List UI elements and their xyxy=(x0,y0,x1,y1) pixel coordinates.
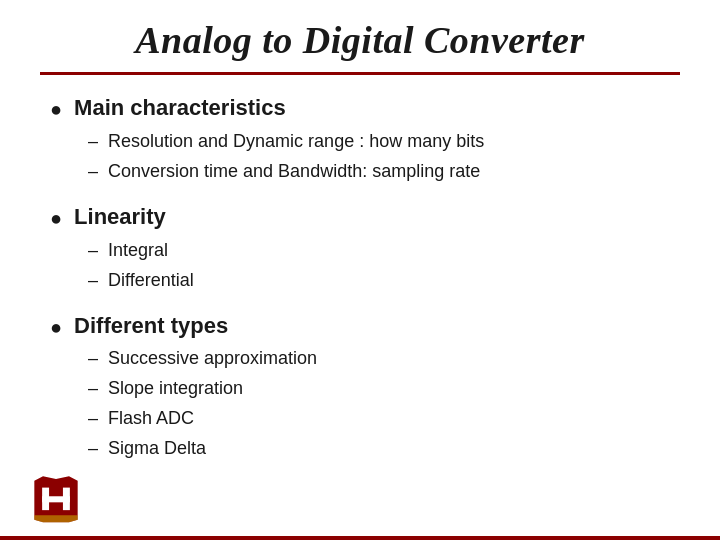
sub-item-3-3: – Flash ADC xyxy=(88,405,670,432)
sub-text-3-2: Slope integration xyxy=(108,375,243,402)
bullet-label-3: Different types xyxy=(74,311,228,342)
uh-logo-icon xyxy=(30,472,82,524)
sub-dash-3-4: – xyxy=(88,435,98,462)
slide-title: Analog to Digital Converter xyxy=(40,18,680,62)
sub-item-2-1: – Integral xyxy=(88,237,670,264)
slide: Analog to Digital Converter ● Main chara… xyxy=(0,0,720,540)
bullet-label-1: Main characteristics xyxy=(74,93,286,124)
bullet-item-2: ● Linearity xyxy=(50,202,670,233)
sub-text-1-2: Conversion time and Bandwidth: sampling … xyxy=(108,158,480,185)
sub-items-3: – Successive approximation – Slope integ… xyxy=(88,345,670,462)
bullet-dot-2: ● xyxy=(50,204,62,232)
sub-text-3-3: Flash ADC xyxy=(108,405,194,432)
sub-item-1-2: – Conversion time and Bandwidth: samplin… xyxy=(88,158,670,185)
bullet-dot-3: ● xyxy=(50,313,62,341)
bullet-item-3: ● Different types xyxy=(50,311,670,342)
sub-text-1-1: Resolution and Dynamic range : how many … xyxy=(108,128,484,155)
bullet-label-2: Linearity xyxy=(74,202,166,233)
bottom-bar xyxy=(0,536,720,540)
bullet-section-3: ● Different types – Successive approxima… xyxy=(50,311,670,466)
sub-item-3-4: – Sigma Delta xyxy=(88,435,670,462)
svg-rect-4 xyxy=(42,496,70,502)
sub-item-2-2: – Differential xyxy=(88,267,670,294)
sub-dash-1-1: – xyxy=(88,128,98,155)
bullet-dot-1: ● xyxy=(50,95,62,123)
sub-items-1: – Resolution and Dynamic range : how man… xyxy=(88,128,670,185)
bullet-item-1: ● Main characteristics xyxy=(50,93,670,124)
sub-text-2-2: Differential xyxy=(108,267,194,294)
sub-dash-2-1: – xyxy=(88,237,98,264)
bullet-section-1: ● Main characteristics – Resolution and … xyxy=(50,93,670,188)
bullet-section-2: ● Linearity – Integral – Differential xyxy=(50,202,670,297)
sub-items-2: – Integral – Differential xyxy=(88,237,670,294)
sub-dash-1-2: – xyxy=(88,158,98,185)
svg-marker-5 xyxy=(34,515,77,522)
sub-dash-3-1: – xyxy=(88,345,98,372)
sub-dash-3-3: – xyxy=(88,405,98,432)
sub-dash-3-2: – xyxy=(88,375,98,402)
sub-text-3-4: Sigma Delta xyxy=(108,435,206,462)
sub-item-3-1: – Successive approximation xyxy=(88,345,670,372)
title-area: Analog to Digital Converter xyxy=(40,0,680,75)
sub-text-3-1: Successive approximation xyxy=(108,345,317,372)
sub-text-2-1: Integral xyxy=(108,237,168,264)
logo-area xyxy=(30,472,82,528)
content-area: ● Main characteristics – Resolution and … xyxy=(40,93,680,520)
sub-item-1-1: – Resolution and Dynamic range : how man… xyxy=(88,128,670,155)
sub-item-3-2: – Slope integration xyxy=(88,375,670,402)
sub-dash-2-2: – xyxy=(88,267,98,294)
